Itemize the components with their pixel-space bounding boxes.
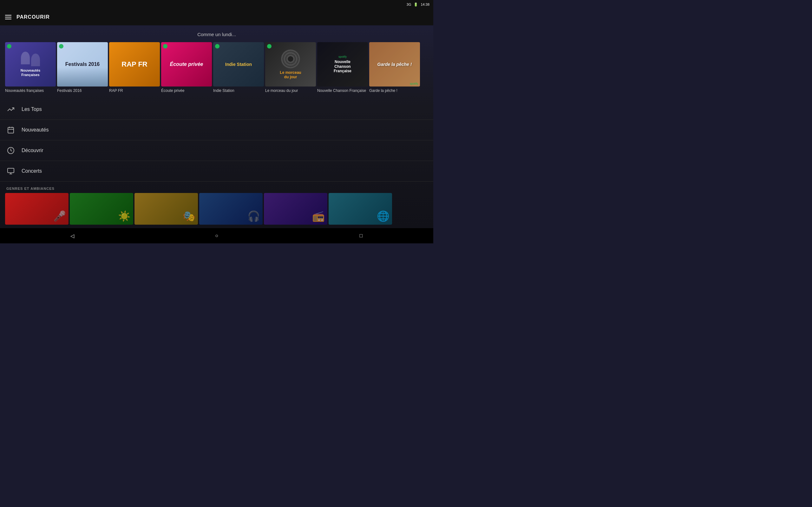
card-nouveautes-francaises[interactable]: NouveautésFrançaises Nouveautés français…: [5, 42, 56, 94]
screen-icon: [6, 167, 15, 176]
menu-item-les-tops[interactable]: Les Tops: [0, 99, 433, 120]
menu-item-decouvrir[interactable]: Découvrir: [0, 140, 433, 161]
home-button[interactable]: ○: [212, 231, 222, 241]
microphone-icon: 🎤: [53, 210, 66, 222]
card-label: Nouvelle Chanson Française: [317, 87, 368, 94]
card-label: Écoute privée: [161, 87, 212, 94]
card-indie-station[interactable]: Indie Station Indie Station: [213, 42, 264, 94]
card-nouvelle-chanson[interactable]: spotify NouvelleChansonFrançaise Nouvell…: [317, 42, 368, 94]
recent-apps-button[interactable]: □: [356, 231, 366, 241]
globe-icon: 🌐: [377, 210, 390, 222]
battery-icon: 🔋: [414, 3, 418, 7]
cards-row[interactable]: NouveautésFrançaises Nouveautés français…: [0, 42, 433, 99]
card-label: Indie Station: [213, 87, 264, 94]
menu-label-nouveautes: Nouveautés: [21, 127, 49, 133]
status-bar: 3G 🔋 14:38: [0, 0, 433, 9]
clock: 14:38: [420, 3, 429, 6]
genre-card-rock[interactable]: 📻: [264, 193, 327, 225]
genre-card-dance[interactable]: 🌐: [328, 193, 392, 225]
page-title: PARCOURIR: [16, 14, 50, 20]
svg-rect-5: [8, 168, 14, 173]
hamburger-menu[interactable]: [5, 15, 11, 19]
top-bar: PARCOURIR: [0, 9, 433, 25]
genre-grid: 🎤 ☀️ 🎭 🎧 📻 🌐: [0, 193, 433, 228]
card-label: Festivals 2016: [57, 87, 108, 94]
main-content: Comme un lundi... NouveautésFrançaises N…: [0, 25, 433, 228]
featured-header: Comme un lundi...: [0, 25, 433, 42]
genre-card-electronic[interactable]: ☀️: [70, 193, 133, 225]
genre-card-hiphop[interactable]: 🎧: [199, 193, 263, 225]
calendar-icon: [6, 125, 15, 134]
bottom-bar: ◁ ○ □: [0, 228, 433, 243]
menu-item-concerts[interactable]: Concerts: [0, 161, 433, 181]
card-label: RAP FR: [109, 87, 160, 94]
menu-label-concerts: Concerts: [21, 168, 42, 174]
card-garde-la-peche[interactable]: Garde la pêche ! spotify Garde la pêche …: [369, 42, 420, 94]
back-button[interactable]: ◁: [67, 231, 78, 241]
menu-label-decouvrir: Découvrir: [21, 148, 43, 153]
genre-card-pop[interactable]: 🎤: [5, 193, 68, 225]
sun-icon: ☀️: [118, 210, 131, 222]
signal-indicator: 3G: [407, 3, 411, 6]
menu-item-nouveautes[interactable]: Nouveautés: [0, 120, 433, 140]
clock-icon: [6, 146, 15, 155]
menu-label-les-tops: Les Tops: [21, 107, 42, 112]
svg-rect-0: [8, 127, 14, 133]
mask-icon: 🎭: [183, 210, 195, 222]
vinyl-icon: 🎧: [247, 210, 260, 222]
trending-icon: [6, 105, 15, 114]
card-ecoute-privee[interactable]: Écoute privée Écoute privée: [161, 42, 212, 94]
genres-section-title: GENRES ET AMBIANCES: [0, 181, 433, 193]
card-morceau-du-jour[interactable]: Le morceaudu jour Le morceau du jour: [265, 42, 316, 94]
card-label: Nouveautés françaises: [5, 87, 56, 94]
radio-icon: 📻: [312, 210, 325, 222]
card-festivals-2016[interactable]: Festivals 2016 Festivals 2016: [57, 42, 108, 94]
card-label: Garde la pêche !: [369, 87, 420, 94]
genre-card-jazz[interactable]: 🎭: [135, 193, 198, 225]
card-label: Le morceau du jour: [265, 87, 316, 94]
card-rap-fr[interactable]: RAP FR RAP FR: [109, 42, 160, 94]
